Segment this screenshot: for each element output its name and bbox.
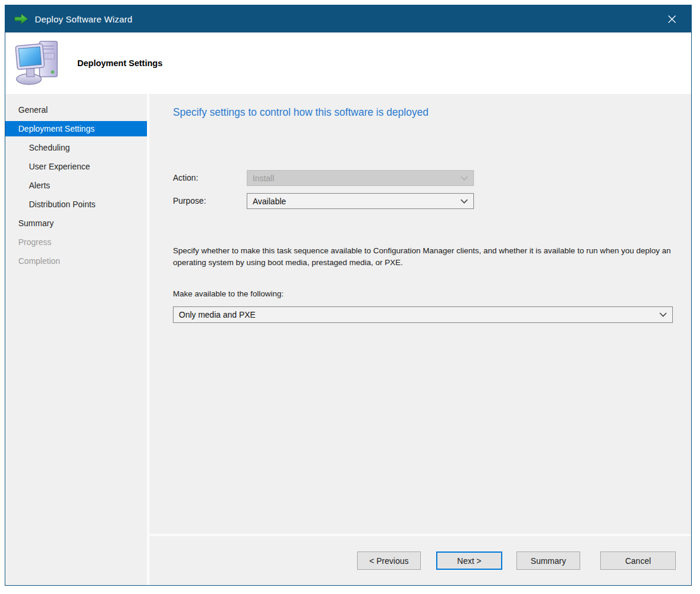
sidebar-item-general[interactable]: General (5, 102, 147, 118)
cancel-button[interactable]: Cancel (600, 551, 676, 570)
green-arrow-icon (14, 13, 29, 25)
sidebar-item-scheduling[interactable]: Scheduling (5, 140, 147, 155)
window-title: Deploy Software Wizard (35, 14, 132, 24)
summary-button[interactable]: Summary (516, 551, 580, 570)
sidebar-item-completion: Completion (5, 253, 147, 269)
titlebar: Deploy Software Wizard (5, 5, 691, 32)
sidebar-item-summary[interactable]: Summary (5, 216, 147, 231)
availability-description: Specify whether to make this task sequen… (173, 245, 688, 268)
make-available-label: Make available to the following: (173, 289, 284, 298)
make-available-value: Only media and PXE (179, 310, 256, 319)
page-heading: Specify settings to control how this sof… (173, 106, 428, 119)
previous-button[interactable]: < Previous (357, 551, 421, 570)
sidebar-item-user-experience[interactable]: User Experience (5, 159, 147, 174)
footer-button-bar: < Previous Next > Summary Cancel (149, 536, 691, 585)
action-value: Install (253, 174, 274, 183)
close-button[interactable] (663, 10, 681, 28)
computer-icon (15, 38, 62, 89)
sidebar-item-deployment-settings[interactable]: Deployment Settings (5, 121, 147, 136)
deploy-software-wizard-dialog: Deploy Software Wizard (5, 5, 692, 586)
content-column: Specify settings to control how this sof… (149, 94, 691, 585)
sidebar-item-progress: Progress (5, 234, 147, 250)
sidebar-item-alerts[interactable]: Alerts (5, 178, 147, 193)
make-available-dropdown[interactable]: Only media and PXE (173, 306, 673, 323)
wizard-header: Deployment Settings (5, 32, 691, 94)
wizard-page-title: Deployment Settings (77, 58, 162, 68)
chevron-down-icon (460, 199, 468, 204)
purpose-dropdown[interactable]: Available (247, 193, 474, 209)
deployment-settings-pane: Specify settings to control how this sof… (149, 94, 691, 534)
wizard-steps-sidebar: General Deployment Settings Scheduling U… (5, 94, 147, 585)
action-label: Action: (173, 170, 198, 186)
wizard-body: General Deployment Settings Scheduling U… (5, 94, 691, 585)
chevron-down-icon (659, 312, 667, 317)
purpose-label: Purpose: (173, 193, 206, 209)
chevron-down-icon (460, 176, 468, 181)
purpose-value: Available (253, 197, 286, 206)
close-icon (668, 15, 676, 24)
action-dropdown: Install (247, 170, 474, 186)
next-button[interactable]: Next > (436, 551, 502, 570)
sidebar-item-distribution-points[interactable]: Distribution Points (5, 197, 147, 212)
